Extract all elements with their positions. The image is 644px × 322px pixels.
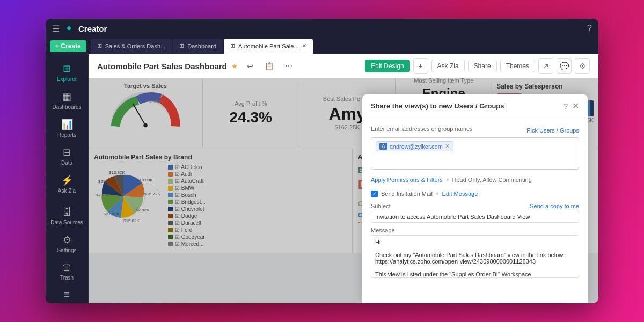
modal-body: Enter email addresses or group names Pic… <box>362 118 588 292</box>
ask-zia-icon: ⚡ <box>61 174 73 186</box>
sidebar-item-settings[interactable]: ⚙ Settings <box>46 230 88 258</box>
modal-help-icon[interactable]: ? <box>564 102 568 111</box>
modal-header: Share the view(s) to new Users / Groups … <box>362 94 588 118</box>
edit-message-link[interactable]: Edit Message <box>442 191 478 197</box>
sidebar-item-menu[interactable]: ≡ <box>46 285 88 303</box>
modal-close-icon[interactable]: ✕ <box>572 101 579 111</box>
subject-field-row: Subject Send a copy to me <box>371 203 579 223</box>
themes-button[interactable]: Themes <box>500 60 535 72</box>
app-logo: ✦ <box>65 23 73 34</box>
tab-icon: ⊞ <box>230 42 235 49</box>
export-icon[interactable]: ↗ <box>538 58 553 74</box>
tab-bar: + Create ⊞ Sales & Orders Dash... ⊞ Dash… <box>46 38 598 54</box>
share-button[interactable]: Share <box>468 60 497 72</box>
share-modal: Share the view(s) to new Users / Groups … <box>362 94 588 303</box>
email-inline-input[interactable] <box>455 142 536 150</box>
notes-icon[interactable]: 📋 <box>262 58 277 74</box>
pick-users-link[interactable]: Pick Users / Groups <box>526 127 579 134</box>
send-invitation-row: ✓ Send Invitation Mail • Edit Message <box>371 189 579 199</box>
sidebar-item-explorer[interactable]: ⊞ Explorer <box>46 58 88 86</box>
subject-input[interactable] <box>371 211 579 223</box>
reports-icon: 📊 <box>61 119 73 130</box>
copy-link[interactable]: Send a copy to me <box>530 203 579 209</box>
message-field-row: Message Hi, Check out my "Automobile Par… <box>371 227 579 280</box>
sidebar: ⊞ Explorer ▦ Dashboards 📊 Reports ⊟ Data… <box>46 54 89 303</box>
tab-close-icon[interactable]: ✕ <box>302 43 306 49</box>
create-button[interactable]: + Create <box>50 40 86 52</box>
message-textarea[interactable]: Hi, Check out my "Automobile Part Sales … <box>371 235 579 278</box>
help-icon[interactable]: ? <box>587 24 592 33</box>
content-area: Automobile Part Sales Dashboard ★ ↩ 📋 ⋯ … <box>89 54 598 303</box>
email-input-area[interactable]: A andrew@zyiker.com ✕ <box>371 137 579 170</box>
data-icon: ⊟ <box>63 147 71 158</box>
ask-zia-button[interactable]: Ask Zia <box>431 60 465 72</box>
email-label-row: Enter email addresses or group names Pic… <box>371 126 579 135</box>
sidebar-item-trash[interactable]: 🗑 Trash <box>46 258 88 285</box>
add-icon[interactable]: + <box>413 58 428 74</box>
sidebar-item-reports[interactable]: 📊 Reports <box>46 114 88 142</box>
app-title: Creator <box>78 24 107 33</box>
message-label: Message <box>371 227 395 233</box>
permissions-value: Read Only, Allow Commenting <box>452 177 531 183</box>
modal-title: Share the view(s) to new Users / Groups <box>371 102 504 110</box>
email-tag: A andrew@zyiker.com ✕ <box>376 141 453 151</box>
send-invitation-checkbox[interactable]: ✓ <box>371 191 378 197</box>
email-initial: A <box>379 143 387 150</box>
permissions-row: Apply Permissions & Filters • Read Only,… <box>371 175 579 185</box>
edit-design-button[interactable]: Edit Design <box>365 60 409 72</box>
subject-label: Subject <box>371 203 391 209</box>
settings-icon: ⚙ <box>63 234 71 246</box>
modal-overlay: Share the view(s) to new Users / Groups … <box>89 78 598 303</box>
tab-sales-orders[interactable]: ⊞ Sales & Orders Dash... <box>91 39 172 54</box>
permissions-link[interactable]: Apply Permissions & Filters <box>371 177 443 183</box>
subject-label-row: Subject Send a copy to me <box>371 203 579 209</box>
email-tag-remove-icon[interactable]: ✕ <box>445 143 450 150</box>
hamburger-icon[interactable]: ☰ <box>52 24 60 34</box>
send-invitation-label: Send Invitation Mail <box>381 191 433 197</box>
email-section-label: Enter email addresses or group names <box>371 126 473 132</box>
tab-automobile[interactable]: ⊞ Automobile Part Sale... ✕ <box>224 39 313 54</box>
undo-icon[interactable]: ↩ <box>243 58 258 74</box>
dashboard-content: Target vs Sales <box>89 78 598 303</box>
title-bar: ☰ ✦ Creator ? <box>46 19 598 38</box>
tab-icon: ⊞ <box>97 42 102 49</box>
perm-separator: • <box>446 175 449 185</box>
sidebar-item-ask-zia[interactable]: ⚡ Ask Zia <box>46 170 88 198</box>
tab-dashboard[interactable]: ⊞ Dashboard <box>173 39 223 54</box>
favorite-icon[interactable]: ★ <box>231 62 238 70</box>
explorer-icon: ⊞ <box>63 63 71 75</box>
main-layout: ⊞ Explorer ▦ Dashboards 📊 Reports ⊟ Data… <box>46 54 598 303</box>
tab-icon: ⊞ <box>179 42 184 49</box>
sidebar-item-dashboards[interactable]: ▦ Dashboards <box>46 86 88 114</box>
dashboard-actions: Edit Design + Ask Zia Share Themes ↗ 💬 ⚙ <box>365 58 590 74</box>
dashboard-title: Automobile Part Sales Dashboard <box>97 62 227 71</box>
menu-icon: ≡ <box>64 289 70 301</box>
message-label-row: Message <box>371 227 579 233</box>
data-sources-icon: 🗄 <box>62 207 72 218</box>
sidebar-item-data[interactable]: ⊟ Data <box>46 142 88 170</box>
more-options-icon[interactable]: ⋯ <box>281 58 296 74</box>
dashboards-icon: ▦ <box>62 91 71 103</box>
comment-icon[interactable]: 💬 <box>557 58 572 74</box>
sidebar-item-data-sources[interactable]: 🗄 Data Sources <box>46 202 88 230</box>
trash-icon: 🗑 <box>62 262 72 273</box>
modal-header-actions: ? ✕ <box>564 101 579 111</box>
config-icon[interactable]: ⚙ <box>575 58 590 74</box>
dashboard-header: Automobile Part Sales Dashboard ★ ↩ 📋 ⋯ … <box>89 54 598 78</box>
